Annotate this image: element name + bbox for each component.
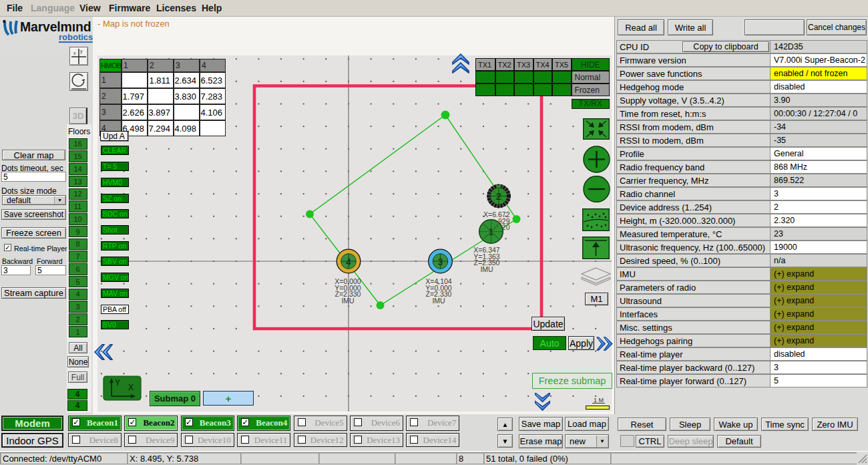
svg-text:IMU: IMU [432,297,445,305]
svg-text:X: X [128,383,134,392]
svg-text:4: 4 [346,257,351,267]
svg-text:IMU: IMU [341,297,354,305]
svg-text:1: 1 [489,226,494,237]
svg-text:3: 3 [438,257,443,267]
svg-text:IMU: IMU [480,265,493,273]
svg-text:Y: Y [115,378,120,388]
svg-text:2: 2 [496,191,501,202]
